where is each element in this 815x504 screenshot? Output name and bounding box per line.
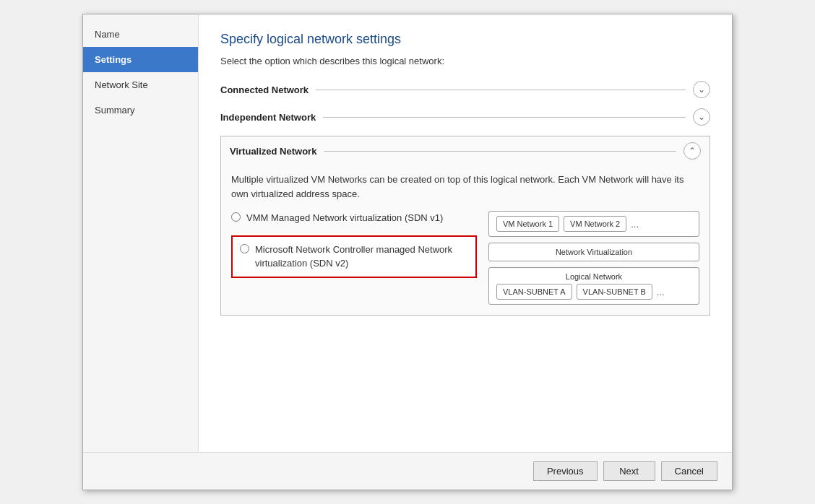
independent-network-label: Independent Network xyxy=(220,112,316,123)
connected-network-label: Connected Network xyxy=(220,84,309,95)
independent-network-chevron[interactable]: ⌄ xyxy=(693,108,710,126)
previous-button[interactable]: Previous xyxy=(533,461,598,481)
dialog-body: Name Settings Network Site Summary Speci… xyxy=(83,14,732,452)
radio-sdnv2[interactable] xyxy=(240,244,249,253)
virtualized-description: Multiple virtualized VM Networks can be … xyxy=(231,173,699,201)
sidebar-item-network-site[interactable]: Network Site xyxy=(83,72,198,97)
next-button[interactable]: Next xyxy=(603,461,655,481)
virtualized-network-header[interactable]: Virtualized Network ⌃ xyxy=(221,136,710,165)
diagram-vm-networks-box: VM Network 1 VM Network 2 ... xyxy=(488,211,699,237)
connected-network-chevron[interactable]: ⌄ xyxy=(693,81,710,98)
cancel-button[interactable]: Cancel xyxy=(661,461,717,481)
diagram-chip-vlan-b: VLAN-SUBNET B xyxy=(577,284,652,300)
connected-network-section[interactable]: Connected Network ⌄ xyxy=(220,81,710,98)
main-content: Specify logical network settings Select … xyxy=(199,14,732,452)
sidebar: Name Settings Network Site Summary xyxy=(83,14,199,452)
diagram-chip-vlan-a: VLAN-SUBNET A xyxy=(496,284,572,300)
radio-option-sdnv1[interactable]: VMM Managed Network virtualization (SDN … xyxy=(231,211,477,225)
independent-network-line xyxy=(323,117,686,118)
connected-network-line xyxy=(316,90,686,90)
sidebar-item-name[interactable]: Name xyxy=(83,22,198,47)
diagram-vm-networks-row: VM Network 1 VM Network 2 ... xyxy=(496,216,691,232)
diagram-logical-network-box: Logical Network VLAN-SUBNET A VLAN-SUBNE… xyxy=(488,267,699,305)
intro-text: Select the option which describes this l… xyxy=(220,56,710,66)
diagram-area: VM Network 1 VM Network 2 ... Network Vi… xyxy=(488,211,699,305)
radio-sdnv2-label: Microsoft Network Controller managed Net… xyxy=(255,243,468,271)
independent-network-section[interactable]: Independent Network ⌄ xyxy=(220,108,710,126)
diagram-logical-network-label: Logical Network xyxy=(496,272,691,281)
radio-sdnv1[interactable] xyxy=(231,212,241,222)
diagram-chip-vmnet2: VM Network 2 xyxy=(564,216,626,232)
diagram-vlan-ellipsis: ... xyxy=(657,287,665,297)
sidebar-item-settings[interactable]: Settings xyxy=(83,47,198,72)
virtualized-network-chevron[interactable]: ⌃ xyxy=(684,142,701,160)
page-title: Specify logical network settings xyxy=(220,32,710,47)
radio-option-sdnv2[interactable]: Microsoft Network Controller managed Net… xyxy=(231,235,477,278)
diagram-network-virtualization-box: Network Virtualization xyxy=(488,243,699,261)
diagram-vmnet-ellipsis: ... xyxy=(631,219,639,230)
diagram-chip-vmnet1: VM Network 1 xyxy=(496,216,559,232)
radio-diagram-row: VMM Managed Network virtualization (SDN … xyxy=(231,211,699,305)
dialog-footer: Previous Next Cancel xyxy=(83,452,732,490)
main-dialog: Name Settings Network Site Summary Speci… xyxy=(82,14,733,490)
radio-sdnv1-label: VMM Managed Network virtualization (SDN … xyxy=(246,211,443,225)
virtualized-network-label: Virtualized Network xyxy=(230,146,316,157)
sidebar-item-summary[interactable]: Summary xyxy=(83,97,198,123)
radio-options: VMM Managed Network virtualization (SDN … xyxy=(231,211,477,278)
virtualized-body: Multiple virtualized VM Networks can be … xyxy=(221,165,710,315)
virtualized-network-section: Virtualized Network ⌃ Multiple virtualiz… xyxy=(220,136,710,316)
virtualized-header-line xyxy=(324,151,676,152)
diagram-vlan-row: VLAN-SUBNET A VLAN-SUBNET B ... xyxy=(496,284,691,300)
